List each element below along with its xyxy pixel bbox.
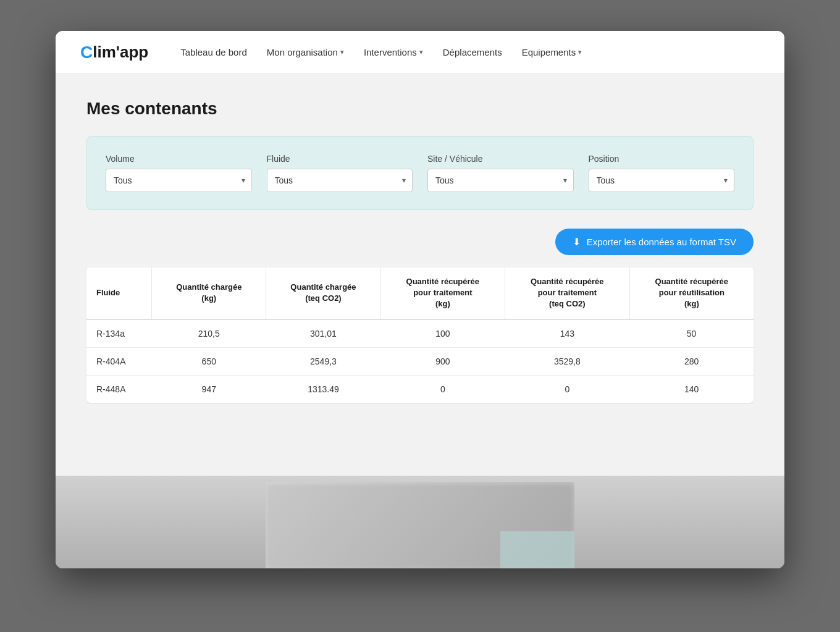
- nav-equipements[interactable]: Equipements ▾: [522, 44, 582, 60]
- position-select[interactable]: Tous: [597, 175, 727, 185]
- table-header-row: Fluide Quantité chargée(kg) Quantité cha…: [86, 268, 754, 319]
- logo-text: lim'app: [93, 43, 148, 62]
- cell-fluide: R-134a: [86, 319, 152, 348]
- filter-row: Volume Tous ▾ Fluide Tous ▾: [106, 154, 734, 192]
- screen-frame: Clim'app Tableau de bord Mon organisatio…: [56, 31, 784, 568]
- cell-qty-recovered-reuse-kg: 50: [629, 319, 754, 348]
- export-row: ⬇ Exporter les données au format TSV: [86, 229, 754, 255]
- col-qty-recovered-reuse-kg: Quantité récupéréepour réutilisation(kg): [629, 268, 754, 319]
- page-title: Mes contenants: [86, 99, 754, 119]
- chevron-down-icon: ▾: [340, 48, 344, 56]
- export-tsv-button[interactable]: ⬇ Exporter les données au format TSV: [555, 229, 754, 255]
- cell-qty-recovered-reuse-kg: 140: [629, 375, 754, 403]
- fluide-label: Fluide: [267, 154, 413, 164]
- nav-mon-organisation[interactable]: Mon organisation ▾: [267, 44, 344, 60]
- nav-deplacements[interactable]: Déplacements: [443, 44, 502, 60]
- deco-shape: [266, 482, 574, 568]
- site-vehicule-select-wrapper: Tous ▾: [427, 169, 574, 192]
- cell-qty-charged-teq: 2549,3: [266, 347, 380, 375]
- volume-select[interactable]: Tous: [114, 175, 244, 185]
- cell-fluide: R-404A: [86, 347, 152, 375]
- nav-interventions[interactable]: Interventions ▾: [364, 44, 423, 60]
- position-select-wrapper: Tous ▾: [589, 169, 735, 192]
- site-vehicule-label: Site / Véhicule: [427, 154, 574, 164]
- col-qty-charged-teq: Quantité chargée(teq CO2): [266, 268, 380, 319]
- col-qty-recovered-treatment-teq: Quantité récupéréepour traitement(teq CO…: [505, 268, 630, 319]
- chevron-down-icon: ▾: [578, 48, 582, 56]
- volume-filter-group: Volume Tous ▾: [106, 154, 252, 192]
- fluide-select[interactable]: Tous: [275, 175, 405, 185]
- chevron-down-icon: ▾: [419, 48, 423, 56]
- position-label: Position: [589, 154, 735, 164]
- cell-qty-recovered-reuse-kg: 280: [629, 347, 754, 375]
- table-row: R-134a 210,5 301,01 100 143 50: [86, 319, 754, 348]
- col-qty-recovered-treatment-kg: Quantité récupéréepour traitement(kg): [380, 268, 505, 319]
- nav-tableau-de-bord[interactable]: Tableau de bord: [180, 44, 247, 60]
- volume-select-wrapper: Tous ▾: [106, 169, 252, 192]
- download-icon: ⬇: [573, 236, 581, 248]
- cell-qty-charged-teq: 1313.49: [266, 375, 380, 403]
- cell-fluide: R-448A: [86, 375, 152, 403]
- cell-qty-recovered-treatment-teq: 143: [505, 319, 630, 348]
- cell-qty-recovered-treatment-teq: 3529,8: [505, 347, 630, 375]
- volume-label: Volume: [106, 154, 252, 164]
- cell-qty-charged-kg: 650: [152, 347, 266, 375]
- cell-qty-recovered-treatment-teq: 0: [505, 375, 630, 403]
- col-fluide: Fluide: [86, 268, 152, 319]
- cell-qty-charged-kg: 947: [152, 375, 266, 403]
- logo-c: C: [80, 43, 93, 62]
- navbar: Clim'app Tableau de bord Mon organisatio…: [56, 31, 784, 74]
- cell-qty-charged-kg: 210,5: [152, 319, 266, 348]
- data-table: Fluide Quantité chargée(kg) Quantité cha…: [86, 268, 754, 403]
- table-row: R-404A 650 2549,3 900 3529,8 280: [86, 347, 754, 375]
- col-qty-charged-kg: Quantité chargée(kg): [152, 268, 266, 319]
- app-logo[interactable]: Clim'app: [80, 43, 148, 62]
- filter-box: Volume Tous ▾ Fluide Tous ▾: [86, 136, 754, 210]
- cell-qty-charged-teq: 301,01: [266, 319, 380, 348]
- cell-qty-recovered-treatment-kg: 0: [380, 375, 505, 403]
- site-vehicule-filter-group: Site / Véhicule Tous ▾: [427, 154, 574, 192]
- table-row: R-448A 947 1313.49 0 0 140: [86, 375, 754, 403]
- position-filter-group: Position Tous ▾: [589, 154, 735, 192]
- cell-qty-recovered-treatment-kg: 900: [380, 347, 505, 375]
- main-content: Mes contenants Volume Tous ▾ Fluide: [56, 74, 784, 476]
- cell-qty-recovered-treatment-kg: 100: [380, 319, 505, 348]
- export-btn-label: Exporter les données au format TSV: [587, 237, 736, 247]
- fluide-filter-group: Fluide Tous ▾: [267, 154, 413, 192]
- site-vehicule-select[interactable]: Tous: [435, 175, 566, 185]
- bottom-decoration: [56, 476, 784, 568]
- fluide-select-wrapper: Tous ▾: [267, 169, 413, 192]
